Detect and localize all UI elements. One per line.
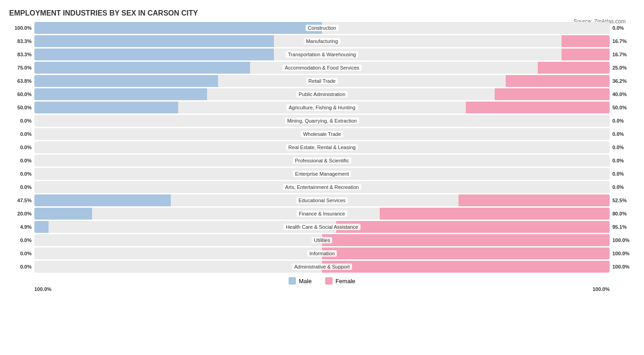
- table-row: 0.0%Professional & Scientific0.0%: [9, 155, 635, 167]
- female-value: 100.0%: [610, 251, 635, 256]
- table-row: 83.3%Transportation & Warehousing16.7%: [9, 48, 635, 60]
- legend-female-box: [325, 277, 333, 285]
- legend-female-label: Female: [335, 278, 355, 285]
- industry-label: Professional & Scientific: [293, 157, 351, 164]
- table-row: 0.0%Enterprise Management0.0%: [9, 168, 635, 180]
- bars-area: Accommodation & Food Services: [34, 62, 610, 74]
- female-value: 16.7%: [610, 38, 635, 44]
- bars-area: Mining, Quarrying, & Extraction: [34, 115, 610, 127]
- industry-label: Health Care & Social Assistance: [284, 224, 360, 230]
- bars-area: Educational Services: [34, 194, 610, 206]
- male-value: 50.0%: [9, 105, 34, 110]
- male-bar: [34, 62, 250, 74]
- table-row: 0.0%Arts, Entertainment & Recreation0.0%: [9, 181, 635, 193]
- bottom-values: 100.0% 100.0%: [9, 286, 635, 292]
- bars-area: Health Care & Social Assistance: [34, 221, 610, 233]
- female-bar: [562, 48, 610, 60]
- female-bar: [322, 261, 610, 273]
- male-bar: [34, 75, 218, 87]
- male-value: 0.0%: [9, 145, 34, 150]
- male-bar: [34, 35, 274, 47]
- female-bar: [380, 208, 610, 220]
- female-bar: [538, 62, 610, 74]
- bars-area: Utilities: [34, 234, 610, 246]
- table-row: 0.0%Mining, Quarrying, & Extraction0.0%: [9, 115, 635, 127]
- male-value: 0.0%: [9, 237, 34, 243]
- bars-area: Information: [34, 247, 610, 259]
- table-row: 0.0%Administrative & Support100.0%: [9, 261, 635, 273]
- female-value: 0.0%: [610, 118, 635, 124]
- industry-label: Public Administration: [296, 91, 348, 97]
- male-value: 20.0%: [9, 211, 34, 216]
- female-bar: [466, 102, 610, 113]
- male-bar: [34, 221, 49, 233]
- male-value: 0.0%: [9, 184, 34, 190]
- female-bar: [506, 75, 610, 87]
- table-row: 47.5%Educational Services52.5%: [9, 194, 635, 206]
- industry-label: Finance & Insurance: [297, 210, 348, 217]
- bars-area: Finance & Insurance: [34, 208, 610, 220]
- table-row: 0.0%Wholesale Trade0.0%: [9, 128, 635, 140]
- industry-label: Agriculture, Fishing & Hunting: [286, 104, 358, 111]
- male-bar: [34, 194, 171, 206]
- legend-male-label: Male: [299, 278, 311, 285]
- male-value: 0.0%: [9, 171, 34, 177]
- female-value: 95.1%: [610, 224, 635, 230]
- male-value: 100.0%: [9, 25, 34, 31]
- female-bar: [562, 35, 610, 47]
- bars-area: Administrative & Support: [34, 261, 610, 273]
- industry-label: Mining, Quarrying, & Extraction: [285, 118, 359, 124]
- chart-container: 100.0%Construction0.0%83.3%Manufacturing…: [9, 22, 635, 292]
- female-value: 50.0%: [610, 105, 635, 110]
- female-value: 0.0%: [610, 171, 635, 177]
- bars-area: Retail Trade: [34, 75, 610, 87]
- table-row: 0.0%Utilities100.0%: [9, 234, 635, 246]
- legend-male-box: [289, 277, 296, 285]
- male-bar: [34, 208, 92, 220]
- table-row: 0.0%Real Estate, Rental & Leasing0.0%: [9, 141, 635, 153]
- female-bar: [322, 247, 610, 259]
- male-value: 60.0%: [9, 91, 34, 97]
- female-value: 0.0%: [610, 158, 635, 163]
- bars-area: Transportation & Warehousing: [34, 48, 610, 60]
- male-value: 0.0%: [9, 158, 34, 163]
- female-value: 40.0%: [610, 91, 635, 97]
- industry-label: Arts, Entertainment & Recreation: [283, 184, 361, 190]
- table-row: 75.0%Accommodation & Food Services25.0%: [9, 62, 635, 74]
- industry-label: Utilities: [311, 237, 332, 243]
- female-value: 36.2%: [610, 78, 635, 84]
- industry-label: Administrative & Support: [292, 264, 352, 270]
- female-value: 16.7%: [610, 52, 635, 57]
- female-bar: [458, 194, 610, 206]
- table-row: 60.0%Public Administration40.0%: [9, 88, 635, 100]
- industry-label: Transportation & Warehousing: [286, 51, 358, 58]
- female-bar: [322, 234, 610, 246]
- male-value: 4.9%: [9, 224, 34, 230]
- industry-label: Manufacturing: [304, 38, 340, 44]
- male-value: 0.0%: [9, 118, 34, 124]
- bottom-right: 100.0%: [593, 286, 610, 292]
- legend: Male Female: [9, 277, 635, 285]
- male-bar: [34, 88, 207, 100]
- industry-label: Real Estate, Rental & Leasing: [286, 144, 358, 151]
- male-value: 47.5%: [9, 198, 34, 203]
- table-row: 63.8%Retail Trade36.2%: [9, 75, 635, 87]
- industry-label: Accommodation & Food Services: [283, 65, 362, 71]
- bars-area: Arts, Entertainment & Recreation: [34, 181, 610, 193]
- table-row: 4.9%Health Care & Social Assistance95.1%: [9, 221, 635, 233]
- male-value: 83.3%: [9, 38, 34, 44]
- female-value: 52.5%: [610, 198, 635, 203]
- table-row: 20.0%Finance & Insurance80.0%: [9, 208, 635, 220]
- female-value: 100.0%: [610, 264, 635, 269]
- industry-label: Retail Trade: [306, 78, 338, 84]
- male-value: 63.8%: [9, 78, 34, 84]
- table-row: 0.0%Information100.0%: [9, 247, 635, 259]
- female-value: 100.0%: [610, 237, 635, 243]
- female-bar: [495, 88, 610, 100]
- male-value: 0.0%: [9, 251, 34, 256]
- table-row: 50.0%Agriculture, Fishing & Hunting50.0%: [9, 102, 635, 113]
- legend-female: Female: [325, 277, 355, 285]
- female-value: 25.0%: [610, 65, 635, 70]
- industry-label: Construction: [306, 25, 338, 31]
- bars-area: Manufacturing: [34, 35, 610, 47]
